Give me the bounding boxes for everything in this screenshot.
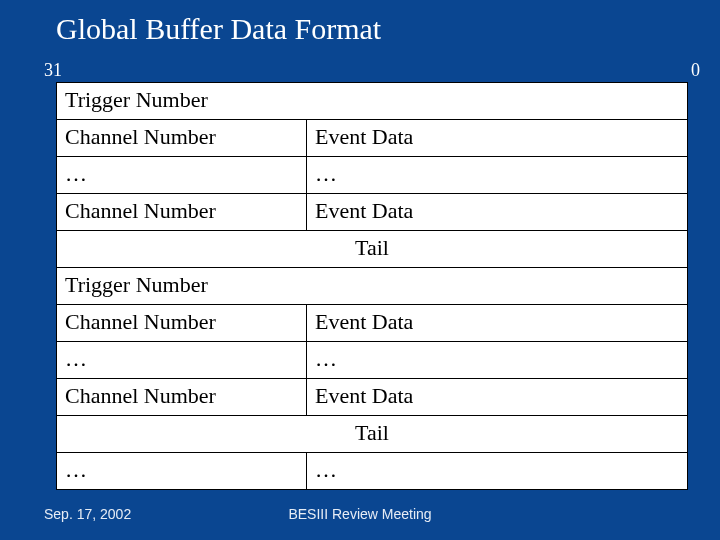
row-left: Channel Number: [57, 194, 307, 231]
format-table: Trigger NumberChannel NumberEvent Data………: [56, 82, 688, 490]
bit-label-lsb: 0: [691, 60, 700, 81]
row-center: Tail: [57, 416, 688, 453]
table-row: ……: [57, 157, 688, 194]
row-right: Event Data: [307, 194, 688, 231]
bit-label-msb: 31: [44, 60, 62, 81]
row-left: Channel Number: [57, 305, 307, 342]
slide: Global Buffer Data Format 31 0 Trigger N…: [0, 0, 720, 540]
row-left: …: [57, 342, 307, 379]
row-full: Trigger Number: [57, 83, 688, 120]
footer-center: BESIII Review Meeting: [0, 506, 720, 522]
row-left: Channel Number: [57, 120, 307, 157]
format-table-wrap: Trigger NumberChannel NumberEvent Data………: [56, 82, 688, 490]
table-row: Channel NumberEvent Data: [57, 120, 688, 157]
row-left: …: [57, 453, 307, 490]
table-row: ……: [57, 342, 688, 379]
table-row: Trigger Number: [57, 268, 688, 305]
row-right: …: [307, 453, 688, 490]
row-left: Channel Number: [57, 379, 307, 416]
row-right: Event Data: [307, 305, 688, 342]
row-right: Event Data: [307, 120, 688, 157]
table-row: Channel NumberEvent Data: [57, 194, 688, 231]
table-row: Channel NumberEvent Data: [57, 305, 688, 342]
row-left: …: [57, 157, 307, 194]
row-right: …: [307, 342, 688, 379]
row-full: Trigger Number: [57, 268, 688, 305]
row-right: Event Data: [307, 379, 688, 416]
table-row: Tail: [57, 416, 688, 453]
table-row: Tail: [57, 231, 688, 268]
table-row: Trigger Number: [57, 83, 688, 120]
slide-title: Global Buffer Data Format: [56, 12, 381, 46]
table-row: ……: [57, 453, 688, 490]
row-center: Tail: [57, 231, 688, 268]
table-row: Channel NumberEvent Data: [57, 379, 688, 416]
row-right: …: [307, 157, 688, 194]
